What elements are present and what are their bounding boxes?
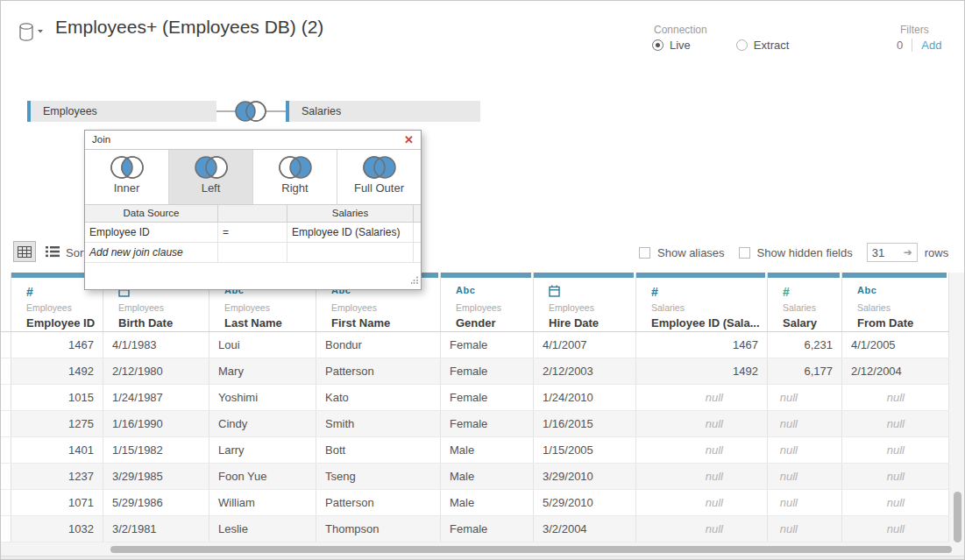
vertical-scrollbar-thumb[interactable] [954,492,961,542]
join-clause-header-filler [414,205,421,222]
join-type-left[interactable]: Left [169,150,253,204]
column-header[interactable]: #SalariesSalary [768,273,842,331]
grid-view-button[interactable] [13,241,36,262]
radio-live-label: Live [670,39,691,52]
join-type-left-label: Left [202,181,221,195]
grid-cell: 4/1/1983 [103,332,209,358]
grid-cell: 3/2/2004 [534,516,636,542]
join-clause-right-field[interactable]: Employee ID (Salaries) [287,223,414,242]
resize-handle-icon[interactable] [411,272,419,287]
column-header[interactable]: EmployeesHire Date [534,273,636,331]
grid-cell: null [636,437,768,463]
tableau-datasource-page: Employees+ (Employees DB) (2) Connection… [0,0,965,560]
grid-cell: 1/24/2010 [534,385,636,410]
grid-cell: 4/1/2007 [534,332,636,358]
bottom-strip [1,556,964,560]
column-header[interactable]: AbcEmployeesGender [441,273,534,331]
rows-count-input[interactable]: 31 ➔ [867,243,918,262]
grid-cell: Male [441,464,534,489]
grid-cell: 1/16/2015 [534,411,636,436]
filters-row: 0 Add [897,39,941,52]
join-dialog: Join ✕ Inner [84,130,422,290]
radio-extract[interactable]: Extract [736,39,789,52]
metadata-view-button[interactable] [43,243,62,260]
filters-add-link[interactable]: Add [921,39,941,52]
grid-cell: Kato [316,385,441,410]
show-hidden-fields-label[interactable]: Show hidden fields [757,246,853,259]
table-row: 12373/29/1985Foon YueTsengMale3/29/2010n… [1,464,949,490]
column-table-name: Salaries [651,302,767,313]
add-join-clause-placeholder[interactable]: Add new join clause [85,243,218,262]
grid-cell: 1071 [11,490,103,515]
row-gutter [1,332,11,358]
grid-cell: null [768,464,842,489]
grid-cell: 2/12/1980 [103,358,209,384]
close-icon[interactable]: ✕ [404,133,414,146]
date-field-icon [549,285,635,300]
grid-view-icon [18,246,32,258]
grid-cell: null [636,411,768,436]
grid-cell: null [842,437,949,463]
page-title: Employees+ (Employees DB) (2) [55,17,323,38]
grid-cell: null [636,385,768,410]
row-gutter [1,411,11,436]
grid-cell: 1467 [636,332,768,358]
radio-live-icon[interactable] [652,39,663,51]
join-type-right[interactable]: Right [253,150,337,204]
datasource-dropdown[interactable] [18,22,45,43]
join-type-inner[interactable]: Inner [85,150,169,204]
row-gutter [1,385,11,410]
filters-count: 0 [897,39,903,52]
grid-cell: 6,231 [768,332,842,358]
column-table-name: Employees [26,302,103,313]
show-hidden-fields-checkbox[interactable] [739,247,750,259]
join-clause-header-right: Salaries [287,205,414,222]
join-type-selector: Inner Left Right [85,150,421,204]
join-type-right-label: Right [281,181,308,195]
join-clause-operator[interactable]: = [218,223,287,242]
column-header[interactable]: AbcSalariesFrom Date [842,273,949,331]
grid-cell: null [636,464,768,489]
grid-cell: null [768,516,842,542]
filters-label: Filters [900,24,929,36]
text-field-icon: Abc [456,285,533,300]
column-field-name: First Name [331,316,440,330]
join-type-full-outer[interactable]: Full Outer [337,150,421,204]
right-join-icon [275,154,316,181]
column-header[interactable]: #SalariesEmployee ID (Sala... [636,273,768,331]
chevron-down-icon [38,30,43,33]
horizontal-scrollbar-thumb[interactable] [110,546,952,553]
grid-cell: 1/15/2005 [534,437,636,463]
rows-apply-arrow-icon[interactable]: ➔ [904,246,912,259]
row-gutter [1,464,11,489]
radio-extract-icon[interactable] [736,39,748,51]
grid-cell: Female [441,516,534,542]
grid-cell: 2/12/2004 [842,358,949,384]
table-row: 10151/24/1987YoshimiKatoFemale1/24/2010n… [1,385,949,411]
grid-cell: 5/29/2010 [534,490,636,515]
grid-cell: 1467 [11,332,103,358]
row-gutter [1,490,11,515]
column-table-name: Employees [456,302,533,313]
grid-body: 14674/1/1983LouiBondurFemale4/1/20071467… [1,332,949,542]
number-field-icon: # [651,285,767,300]
grid-cell: null [842,385,949,410]
join-clause-left-field[interactable]: Employee ID [85,223,218,242]
join-clause-header-left: Data Source [85,205,218,222]
add-join-clause-row[interactable]: Add new join clause [85,243,421,263]
table-pill-employees[interactable]: Employees [27,101,216,122]
table-pill-salaries[interactable]: Salaries [286,101,480,122]
show-aliases-checkbox[interactable] [639,247,650,259]
join-venn-icon[interactable] [233,99,268,127]
show-aliases-label[interactable]: Show aliases [657,246,725,259]
grid-cell: Female [441,332,534,358]
list-view-icon [46,245,60,258]
column-table-name: Employees [118,302,209,313]
grid-cell: null [842,516,949,542]
table-row: 14922/12/1980MaryPattersonFemale2/12/200… [1,358,949,385]
radio-live[interactable]: Live [652,39,691,52]
grid-cell: null [842,411,949,436]
column-accent-bar [768,273,840,278]
grid-cell: 1015 [11,385,103,410]
column-table-name: Employees [224,302,316,313]
